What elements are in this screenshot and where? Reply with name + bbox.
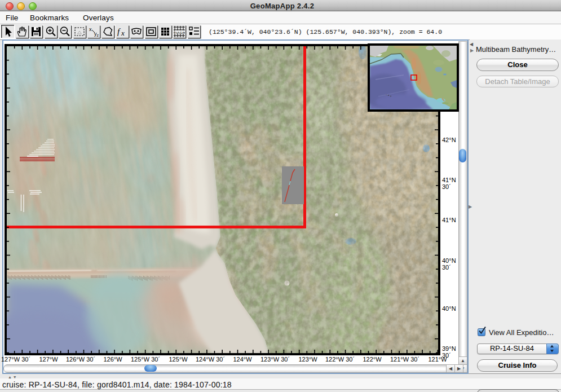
- svg-text:NASA: NASA: [175, 31, 184, 34]
- svg-text:x: x: [89, 27, 92, 32]
- svg-text:f: f: [117, 27, 121, 36]
- svg-text:z: z: [97, 33, 99, 37]
- svg-text:x: x: [121, 29, 125, 37]
